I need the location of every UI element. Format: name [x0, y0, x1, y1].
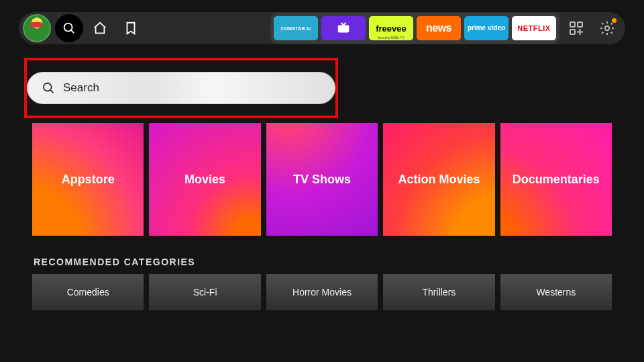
app-sublabel: formerly IMDb TV: [369, 36, 413, 40]
card-label: Horror Movies: [292, 287, 352, 298]
category-card-tv-shows[interactable]: TV Shows: [266, 123, 378, 236]
card-label: Appstore: [62, 173, 115, 187]
card-label: Documentaries: [513, 173, 600, 187]
app-label: news: [426, 22, 451, 34]
recommended-card-thrillers[interactable]: Thrillers: [383, 274, 494, 310]
app-label: prime video: [468, 25, 505, 32]
search-button[interactable]: [55, 14, 83, 42]
svg-line-1: [71, 30, 74, 33]
apps-grid-icon: [568, 20, 584, 36]
svg-point-0: [64, 24, 72, 32]
card-label: Thrillers: [423, 287, 456, 298]
svg-point-7: [44, 83, 52, 91]
search-placeholder: Search: [63, 81, 99, 95]
search-highlight-box: Search: [24, 58, 338, 118]
svg-rect-5: [570, 30, 575, 34]
profile-avatar[interactable]: [23, 14, 51, 42]
app-tile-news[interactable]: news: [417, 16, 461, 40]
main-categories-row: Appstore Movies TV Shows Action Movies D…: [32, 123, 612, 236]
svg-rect-3: [570, 22, 575, 27]
bookmark-button[interactable]: [117, 14, 145, 42]
search-input[interactable]: Search: [27, 72, 335, 104]
category-card-appstore[interactable]: Appstore: [32, 123, 144, 236]
svg-rect-2: [338, 25, 350, 32]
recommended-row: Comedies Sci-Fi Horror Movies Thrillers …: [32, 274, 612, 310]
app-tile-prime-video[interactable]: prime video: [464, 16, 508, 40]
card-label: TV Shows: [293, 173, 351, 187]
card-label: Action Movies: [398, 173, 480, 187]
recommended-card-sci-fi[interactable]: Sci-Fi: [149, 274, 260, 310]
category-card-documentaries[interactable]: Documentaries: [500, 123, 612, 236]
top-navigation-bar: COMSTAR.tv freevee formerly IMDb TV news…: [19, 12, 625, 44]
notification-dot-icon: [612, 18, 616, 23]
category-card-movies[interactable]: Movies: [149, 123, 260, 236]
app-label: NETFLIX: [517, 24, 550, 32]
svg-line-8: [50, 90, 53, 93]
search-icon: [42, 81, 55, 95]
apps-grid-button[interactable]: [562, 14, 590, 42]
app-label: COMSTAR.tv: [280, 26, 311, 31]
app-label: freevee: [376, 24, 407, 34]
tv-icon: [336, 21, 351, 36]
topbar-left-group: [23, 14, 145, 42]
recommended-card-westerns[interactable]: Westerns: [500, 274, 612, 310]
card-label: Movies: [184, 173, 225, 187]
bookmark-icon: [123, 21, 138, 36]
app-tile-comstar[interactable]: COMSTAR.tv: [274, 16, 318, 40]
settings-button[interactable]: [593, 14, 621, 42]
pinned-apps-strip: COMSTAR.tv freevee formerly IMDb TV news…: [270, 13, 559, 44]
category-card-action-movies[interactable]: Action Movies: [383, 123, 494, 236]
recommended-heading: RECOMMENDED CATEGORIES: [34, 257, 195, 267]
home-button[interactable]: [86, 14, 114, 42]
svg-point-6: [605, 26, 609, 30]
recommended-card-horror-movies[interactable]: Horror Movies: [266, 274, 378, 310]
svg-rect-4: [578, 22, 582, 27]
card-label: Comedies: [67, 287, 109, 298]
recommended-card-comedies[interactable]: Comedies: [32, 274, 144, 310]
search-icon: [62, 21, 76, 36]
card-label: Westerns: [536, 287, 576, 298]
home-icon: [93, 21, 107, 36]
app-tile-netflix[interactable]: NETFLIX: [512, 16, 556, 40]
card-label: Sci-Fi: [193, 287, 217, 298]
app-tile-freevee[interactable]: freevee formerly IMDb TV: [369, 16, 413, 40]
app-tile-iptv[interactable]: [321, 16, 366, 40]
